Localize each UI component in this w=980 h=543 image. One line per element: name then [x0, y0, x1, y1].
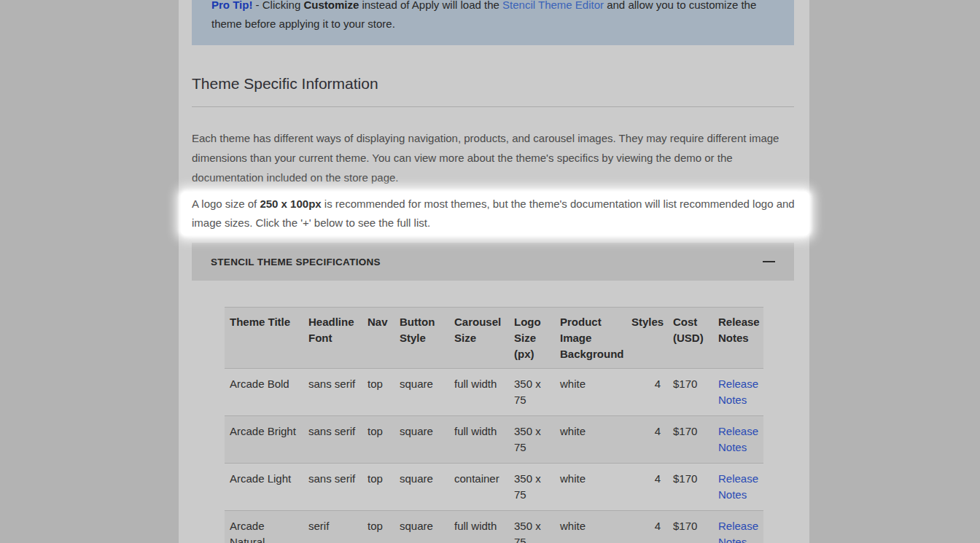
cell-button-style: square [394, 416, 449, 464]
cell-nav: top [362, 464, 394, 511]
pro-tip-label: Pro Tip! [211, 0, 252, 11]
col-header-product-image-background: Product Image Background [555, 308, 626, 369]
cell-headline-font: sans serif [303, 416, 362, 464]
cell-logo-size: 350 x 75 [509, 511, 555, 543]
col-header-cost: Cost (USD) [668, 308, 713, 369]
pro-tip-bold-customize: Customize [303, 0, 359, 11]
cell-theme-title: Arcade Bright [225, 416, 303, 464]
highlight-text-1: A logo size of [192, 198, 260, 210]
release-notes-link[interactable]: Release Notes [718, 378, 758, 406]
cell-nav: top [362, 416, 394, 464]
table-header-row: Theme Title Headline Font Nav Button Sty… [225, 308, 763, 369]
pro-tip-text: Pro Tip! - Clicking Customize instead of… [211, 0, 774, 34]
col-header-button-style: Button Style [394, 308, 449, 369]
cell-styles: 4 [626, 369, 668, 416]
cell-logo-size: 350 x 75 [509, 464, 555, 511]
cell-logo-size: 350 x 75 [509, 369, 555, 416]
cell-cost: $170 [668, 369, 713, 416]
col-header-release-notes: Release Notes [713, 308, 763, 369]
pro-tip-text-2: instead of Apply will load the [359, 0, 502, 11]
cell-button-style: square [394, 369, 449, 416]
pro-tip-text-1: - Clicking [252, 0, 303, 11]
cell-logo-size: 350 x 75 [509, 416, 555, 464]
table-row: Arcade Bold sans serif top square full w… [225, 369, 763, 416]
cell-cost: $170 [668, 464, 713, 511]
table-row: Arcade Light sans serif top square conta… [225, 464, 763, 511]
cell-styles: 4 [626, 511, 668, 543]
cell-cost: $170 [668, 416, 713, 464]
cell-styles: 4 [626, 464, 668, 511]
cell-carousel-size: container [449, 464, 509, 511]
article-page: Pro Tip! - Clicking Customize instead of… [179, 0, 809, 543]
minus-icon[interactable] [763, 257, 775, 267]
cell-release-notes: Release Notes [713, 416, 763, 464]
cell-headline-font: serif [303, 511, 362, 543]
cell-product-image-background: white [555, 416, 626, 464]
cell-cost: $170 [668, 511, 713, 543]
cell-headline-font: sans serif [303, 369, 362, 416]
help-article-viewport: Pro Tip! - Clicking Customize instead of… [0, 0, 980, 543]
cell-theme-title: Arcade Bold [225, 369, 303, 416]
stencil-theme-specs-table: Theme Title Headline Font Nav Button Sty… [225, 307, 763, 543]
cell-release-notes: Release Notes [713, 369, 763, 416]
cell-button-style: square [394, 511, 449, 543]
table-row: Arcade Natural serif top square full wid… [225, 511, 763, 543]
highlight-logo-size: 250 x 100px [260, 198, 321, 210]
highlighted-note: A logo size of 250 x 100px is recommende… [181, 192, 809, 235]
cell-carousel-size: full width [449, 511, 509, 543]
table-row: Arcade Bright sans serif top square full… [225, 416, 763, 464]
accordion-title: STENCIL THEME SPECIFICATIONS [211, 257, 381, 267]
stencil-specs-accordion-header[interactable]: STENCIL THEME SPECIFICATIONS [192, 243, 794, 281]
release-notes-link[interactable]: Release Notes [718, 425, 758, 453]
section-divider [192, 106, 794, 107]
release-notes-link[interactable]: Release Notes [718, 520, 758, 543]
cell-styles: 4 [626, 416, 668, 464]
col-header-carousel-size: Carousel Size [449, 308, 509, 369]
release-notes-link[interactable]: Release Notes [718, 472, 758, 501]
pro-tip-banner: Pro Tip! - Clicking Customize instead of… [192, 0, 794, 45]
cell-product-image-background: white [555, 511, 626, 543]
col-header-styles: Styles [626, 308, 668, 369]
cell-release-notes: Release Notes [713, 464, 763, 511]
cell-product-image-background: white [555, 464, 626, 511]
section-title: Theme Specific Information [192, 74, 794, 93]
cell-nav: top [362, 511, 394, 543]
col-header-theme-title: Theme Title [225, 308, 303, 369]
cell-carousel-size: full width [449, 416, 509, 464]
highlighted-note-text: A logo size of 250 x 100px is recommende… [192, 195, 798, 233]
intro-paragraph: Each theme has different ways of display… [192, 128, 794, 187]
col-header-headline-font: Headline Font [303, 308, 362, 369]
cell-headline-font: sans serif [303, 464, 362, 511]
stencil-theme-editor-link[interactable]: Stencil Theme Editor [502, 0, 604, 11]
col-header-nav: Nav [362, 308, 394, 369]
cell-carousel-size: full width [449, 369, 509, 416]
cell-theme-title: Arcade Light [225, 464, 303, 511]
cell-button-style: square [394, 464, 449, 511]
cell-release-notes: Release Notes [713, 511, 763, 543]
col-header-logo-size: Logo Size (px) [509, 308, 555, 369]
cell-product-image-background: white [555, 369, 626, 416]
cell-theme-title: Arcade Natural [225, 511, 303, 543]
cell-nav: top [362, 369, 394, 416]
